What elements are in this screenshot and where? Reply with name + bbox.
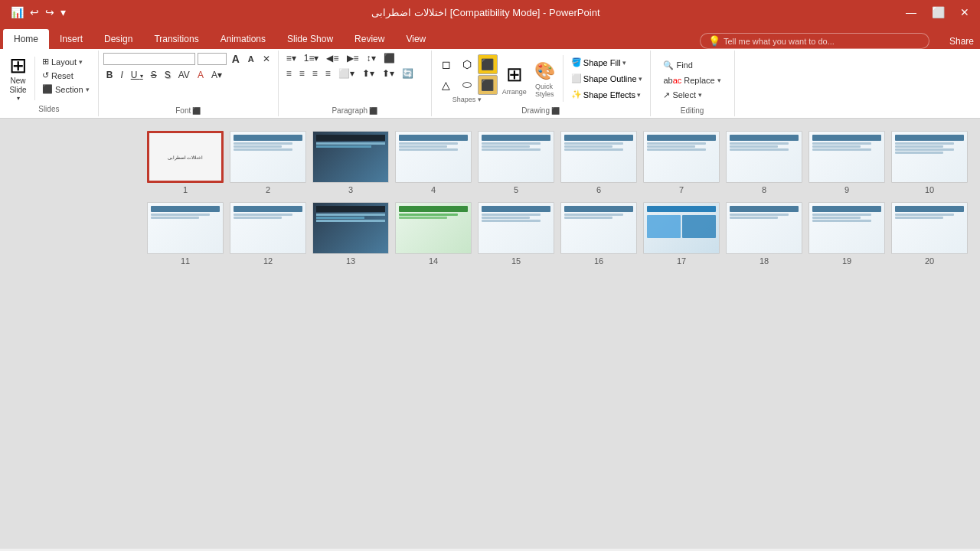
share-btn[interactable]: Share [949,36,974,47]
decrease-indent-btn[interactable]: ◀≡ [323,52,341,64]
slide-thumb-4[interactable] [395,131,472,183]
align-center-btn[interactable]: ≡ [296,67,308,80]
font-name-input[interactable] [103,53,195,65]
slide-item-11[interactable]: 11 [147,202,224,266]
shape-cell-5[interactable]: ⬭ [457,75,477,95]
shapes-dropdown[interactable]: Shapes ▾ [452,96,482,103]
font-color-btn[interactable]: A [194,69,207,81]
text-align-btn[interactable]: ⬆▾ [379,67,397,80]
decrease-font-btn[interactable]: A [245,54,257,64]
slide-thumb-12[interactable] [230,202,306,254]
slide-item-6[interactable]: 6 [560,131,637,194]
slide-thumb-7[interactable] [643,131,720,183]
slide-thumb-5[interactable] [478,131,554,183]
slide-item-4[interactable]: 4 [395,131,472,194]
increase-font-btn[interactable]: A [229,52,243,66]
slide-thumb-1[interactable]: اختلالات اضطرابی [147,131,224,183]
text-shadow-btn[interactable]: S [162,69,174,81]
slide-item-7[interactable]: 7 [643,131,720,194]
slide-thumb-13[interactable] [312,202,389,254]
arrange-btn[interactable]: ⊞ [505,61,524,88]
slide-thumb-15[interactable] [478,202,554,254]
slide-thumb-19[interactable] [808,202,885,254]
slide-item-15[interactable]: 15 [478,202,554,266]
strikethrough-btn[interactable]: S [148,69,160,81]
tab-slideshow[interactable]: Slide Show [276,29,344,49]
convert-smartart-btn[interactable]: 🔄 [399,67,416,80]
slide-thumb-9[interactable] [808,131,885,183]
slide-thumb-6[interactable] [560,131,637,183]
slide-item-13[interactable]: 13 [312,202,389,266]
new-slide-btn[interactable]: ⊞ NewSlide ▾ [5,54,31,103]
quick-styles-btn[interactable]: 🎨 [533,60,557,83]
slide-item-3[interactable]: 3 [312,131,389,194]
slide-item-20[interactable]: 20 [891,202,968,266]
line-spacing-btn[interactable]: ↕▾ [364,52,379,64]
slide-thumb-14[interactable] [395,202,472,254]
shape-cell-3[interactable]: ⬛ [478,54,498,74]
slide-item-12[interactable]: 12 [230,202,306,266]
slide-thumb-17[interactable] [643,202,720,254]
slide-item-8[interactable]: 8 [726,131,802,194]
slide-item-1[interactable]: اختلالات اضطرابی 1 [147,131,224,194]
align-left-btn[interactable]: ≡ [283,67,295,80]
minimize-btn[interactable]: — [901,5,921,20]
shape-cell-6[interactable]: ⬛ [478,75,498,95]
more-font-btn[interactable]: A▾ [208,69,225,81]
redo-btn[interactable]: ↪ [44,5,56,20]
tab-home[interactable]: Home [3,29,49,49]
slide-thumb-11[interactable] [147,202,224,254]
tab-animations[interactable]: Animations [210,29,276,49]
layout-btn[interactable]: ⊞ Layout ▾ [38,55,93,68]
slide-item-10[interactable]: 10 [891,131,968,194]
align-right-btn[interactable]: ≡ [309,67,321,80]
bold-btn[interactable]: B [103,69,116,81]
section-btn[interactable]: ⬛ Section ▾ [38,83,93,96]
increase-indent-btn[interactable]: ▶≡ [344,52,362,64]
replace-btn[interactable]: abac Replace ▾ [659,74,724,86]
tab-view[interactable]: View [395,29,436,49]
clear-formatting-btn[interactable]: ✕ [260,53,273,65]
slide-thumb-16[interactable] [560,202,637,254]
reset-btn[interactable]: ↺ Reset [38,69,93,82]
justify-btn[interactable]: ≡ [322,67,334,80]
slide-item-19[interactable]: 19 [808,202,885,266]
tab-design[interactable]: Design [93,29,143,49]
close-btn[interactable]: ✕ [956,5,974,20]
shape-fill-btn[interactable]: 🪣 Shape Fill ▾ [568,56,645,69]
shape-outline-btn[interactable]: ⬜ Shape Outline ▾ [568,72,645,85]
underline-btn[interactable]: U ▾ [128,69,146,81]
smartart-btn[interactable]: ⬛ [381,52,398,64]
tell-me-bar[interactable]: 💡 Tell me what you want to do... [700,33,929,49]
text-direction-btn[interactable]: ⬆▾ [359,67,377,80]
slide-thumb-10[interactable] [891,131,968,183]
numbering-btn[interactable]: 1≡▾ [301,52,322,64]
drawing-expand-btn[interactable]: ⬛ [551,107,560,115]
shape-cell-4[interactable]: △ [436,75,456,95]
font-size-input[interactable] [198,53,227,65]
slide-thumb-20[interactable] [891,202,968,254]
paragraph-expand-btn[interactable]: ⬛ [369,107,377,115]
shape-cell-2[interactable]: ⬡ [457,54,477,74]
font-expand-btn[interactable]: ⬛ [192,107,201,115]
slide-thumb-8[interactable] [726,131,802,183]
find-btn[interactable]: 🔍 Find [659,59,724,72]
bullets-btn[interactable]: ≡▾ [283,52,299,64]
slide-item-16[interactable]: 16 [560,202,637,266]
shape-cell-1[interactable]: ◻ [436,54,456,74]
slide-thumb-3[interactable] [312,131,389,183]
tab-review[interactable]: Review [344,29,395,49]
select-btn[interactable]: ↗ Select ▾ [659,89,724,102]
columns-btn[interactable]: ⬜▾ [335,67,358,80]
italic-btn[interactable]: I [117,69,126,81]
undo-btn[interactable]: ↩ [28,5,41,20]
tab-insert[interactable]: Insert [49,29,93,49]
maximize-btn[interactable]: ⬜ [927,5,949,20]
shape-effects-btn[interactable]: ✨ Shape Effects ▾ [568,88,645,101]
tab-transitions[interactable]: Transitions [143,29,209,49]
slide-item-9[interactable]: 9 [808,131,885,194]
char-spacing-btn[interactable]: AV [175,69,193,81]
slide-thumb-18[interactable] [726,202,802,254]
slide-item-5[interactable]: 5 [478,131,554,194]
slide-item-17[interactable]: 17 [643,202,720,266]
